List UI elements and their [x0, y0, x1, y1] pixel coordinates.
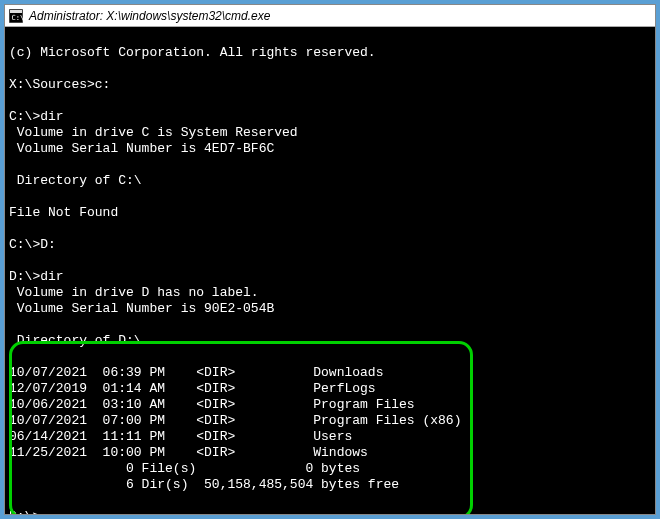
prompt-line: D:\>dir [9, 269, 64, 284]
cmd-window: C:\ Administrator: X:\windows\system32\c… [4, 4, 656, 515]
output-line: Directory of C:\ [9, 173, 142, 188]
dir-entry: 10/07/2021 07:00 PM <DIR> Program Files … [9, 413, 461, 428]
output-line: Directory of D:\ [9, 333, 142, 348]
terminal-output[interactable]: (c) Microsoft Corporation. All rights re… [5, 27, 655, 514]
dir-entry: 12/07/2019 01:14 AM <DIR> PerfLogs [9, 381, 376, 396]
output-line: 6 Dir(s) 50,158,485,504 bytes free [9, 477, 399, 492]
output-line: (c) Microsoft Corporation. All rights re… [9, 45, 376, 60]
output-line: Volume in drive C is System Reserved [9, 125, 298, 140]
prompt-line: X:\Sources>c: [9, 77, 110, 92]
cmd-icon: C:\ [9, 9, 23, 23]
prompt-line: C:\>D: [9, 237, 56, 252]
titlebar[interactable]: C:\ Administrator: X:\windows\system32\c… [5, 5, 655, 27]
dir-entry: 11/25/2021 10:00 PM <DIR> Windows [9, 445, 368, 460]
output-line: Volume Serial Number is 90E2-054B [9, 301, 274, 316]
window-title: Administrator: X:\windows\system32\cmd.e… [29, 9, 270, 23]
prompt-line: D:\> [9, 509, 40, 514]
svg-rect-1 [10, 10, 22, 13]
prompt-line: C:\>dir [9, 109, 64, 124]
dir-entry: 06/14/2021 11:11 PM <DIR> Users [9, 429, 352, 444]
output-line: Volume Serial Number is 4ED7-BF6C [9, 141, 274, 156]
dir-entry: 10/06/2021 03:10 AM <DIR> Program Files [9, 397, 415, 412]
output-line: 0 File(s) 0 bytes [9, 461, 360, 476]
output-line: Volume in drive D has no label. [9, 285, 259, 300]
svg-text:C:\: C:\ [12, 14, 24, 22]
output-line: File Not Found [9, 205, 118, 220]
dir-entry: 10/07/2021 06:39 PM <DIR> Downloads [9, 365, 383, 380]
